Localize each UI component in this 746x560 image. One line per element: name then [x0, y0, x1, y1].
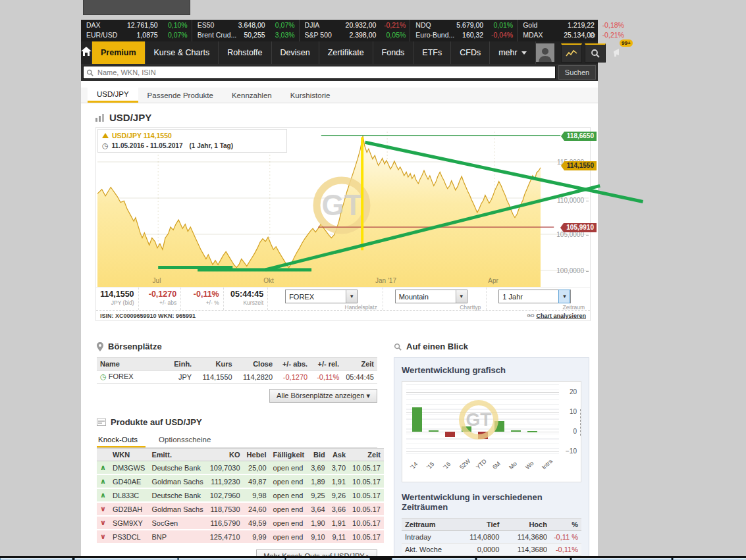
cell: open end	[270, 516, 308, 530]
alert-price-tag: 105,9910	[564, 223, 597, 232]
gear-icon[interactable]: ⚙	[589, 31, 596, 40]
ticker-quote[interactable]: DJIA20.932,00-0,21%	[305, 20, 406, 30]
wkn-link[interactable]: PS3DCL	[109, 530, 149, 544]
table-row[interactable]: ◷ FOREX JPY 114,1550 114,2820 -0,1270 -0…	[97, 370, 377, 384]
tab-optionsscheine[interactable]: Optionsscheine	[157, 433, 219, 447]
mini-x-label: 52W	[458, 457, 471, 471]
ticker-quote[interactable]: ES503.648,000,07%	[198, 20, 295, 30]
market-ticker: DAX12.761,500,10% EUR/USD1,08750,07% ES5…	[81, 20, 598, 41]
notifications-button[interactable]: 99+	[608, 44, 628, 61]
handelsplatz-select[interactable]: FOREX▼	[285, 290, 358, 303]
cell: 114,2820	[236, 370, 276, 384]
wkn-link[interactable]: SGM9XY	[109, 516, 149, 530]
chart-analyze-link[interactable]: Chart analysieren	[536, 313, 586, 319]
tab-knock-outs[interactable]: Knock-Outs	[97, 433, 146, 447]
ticker-quote[interactable]: Euro-Bund...160,32-0,04%	[415, 30, 513, 40]
nav-item-fonds[interactable]: Fonds	[373, 41, 414, 64]
table-row[interactable]: ∨PS3DCLBNP125,47109,99open end9,109,1110…	[97, 530, 384, 544]
quote-chart-widget: GT 115,0000 110,0000 105,0000 100,0000 1…	[95, 127, 591, 321]
table-row: Akt. Woche0,0000114,3680-0,11%	[402, 544, 581, 556]
taskbar	[0, 556, 746, 560]
instrument-tabs: USD/JPY Passende Produkte Kennzahlen Kur…	[81, 88, 598, 103]
tab-passende-produkte[interactable]: Passende Produkte	[138, 88, 223, 103]
cell: 49,59	[244, 516, 270, 530]
col-header: Close	[236, 358, 276, 370]
ticker-quote[interactable]: NDQ5.679,000,01%	[415, 20, 513, 30]
ticker-label: Gold	[523, 20, 564, 30]
chevron-down-icon: ▼	[346, 290, 357, 303]
nav-item-rohstoffe[interactable]: Rohstoffe	[219, 41, 271, 64]
line-chart-icon	[566, 49, 577, 57]
ticker-pct: -0,21%	[595, 30, 624, 40]
cell: SocGen	[148, 516, 206, 530]
wkn-link[interactable]: DM3GWS	[109, 461, 149, 475]
cell: 10.05.17	[349, 488, 384, 502]
wkn-link[interactable]: GD2BAH	[109, 502, 149, 516]
avatar[interactable]	[536, 43, 554, 62]
charttyp-select[interactable]: Mountain▼	[395, 290, 467, 303]
search-toggle-button[interactable]	[585, 43, 606, 63]
nav-item-kurse-charts[interactable]: Kurse & Charts	[146, 41, 219, 64]
ticker-value: 3.648,00	[238, 20, 265, 30]
home-icon	[81, 47, 92, 59]
ticker-label: EUR/USD	[86, 30, 127, 40]
chart-analyze[interactable]: GOChart analysieren	[527, 313, 586, 319]
direction-down-icon: ∨	[97, 502, 109, 516]
table-row[interactable]: ∧GD40AEGoldman Sachs111,923049,87open en…	[97, 474, 384, 488]
search-submit-button[interactable]: Suchen	[558, 65, 596, 80]
site-container: DAX12.761,500,10% EUR/USD1,08750,07% ES5…	[81, 20, 598, 556]
perf-bar-16	[445, 432, 455, 437]
ticker-value: 12.761,50	[127, 20, 158, 30]
ticker-quote[interactable]: DAX12.761,500,10%	[86, 20, 188, 30]
search-input[interactable]	[96, 68, 552, 77]
zeitraum-select[interactable]: 1 Jahr▼	[498, 290, 571, 303]
price-chart[interactable]: GT 115,0000 110,0000 105,0000 100,0000 1…	[96, 128, 590, 287]
mini-x-label: Mo	[508, 460, 518, 471]
exchange-name[interactable]: ◷ FOREX	[97, 370, 169, 384]
cell: 10.05.17	[349, 474, 384, 488]
table-row[interactable]: ∧DL833CDeutsche Bank102,79609,98open end…	[97, 488, 384, 502]
tab-kurshistorie[interactable]: Kurshistorie	[281, 88, 340, 103]
ticker-label: ES50	[198, 20, 238, 30]
cell: 9,25	[307, 488, 328, 502]
chevron-down-icon: ▼	[558, 290, 570, 303]
ticker-col: NDQ5.679,000,01% Euro-Bund...160,32-0,04…	[410, 20, 517, 41]
ticker-quote[interactable]: MDAX25.134,00-0,21%	[523, 30, 624, 40]
table-row[interactable]: ∨GD2BAHGoldman Sachs118,753024,60open en…	[97, 502, 384, 516]
ticker-quote[interactable]: Brent Crud...50,2553,03%	[198, 30, 295, 40]
table-row[interactable]: ∧DM3GWSDeutsche Bank109,703025,00open en…	[97, 461, 384, 475]
nav-item-mehr[interactable]: mehr	[490, 41, 535, 64]
wkn-link[interactable]: DL833C	[109, 488, 149, 502]
mini-x-label: Intra	[541, 458, 554, 471]
page-title-row: USD/JPY	[95, 112, 598, 123]
nav-item-premium[interactable]: Premium	[92, 41, 146, 64]
product-card-icon	[97, 419, 106, 426]
nav-item-cfds[interactable]: CFDs	[451, 41, 490, 64]
nav-item-etfs[interactable]: ETFs	[413, 41, 451, 64]
alle-boersenplaetze-button[interactable]: Alle Börsenplätze anzeigen ▾	[269, 389, 377, 403]
gridline	[406, 392, 559, 393]
table-row[interactable]: ∨SGM9XYSocGen116,579049,59open end1,901,…	[97, 516, 384, 530]
search-bar: Suchen	[81, 64, 598, 81]
perf-bar-15	[429, 430, 439, 432]
ticker-quote[interactable]: Gold1.219,22-0,18%	[523, 20, 624, 30]
desktop: DAX12.761,500,10% EUR/USD1,08750,07% ES5…	[0, 0, 746, 560]
nav-item-zertifikate[interactable]: Zertifikate	[319, 41, 373, 64]
charttyp-group: Mountain▼ Charttyp	[383, 288, 487, 310]
home-button[interactable]	[81, 41, 92, 64]
search-icon	[86, 69, 93, 76]
cell: Deutsche Bank	[148, 461, 206, 475]
nav-item-devisen[interactable]: Devisen	[272, 41, 319, 64]
direction-up-icon: ∧	[97, 488, 109, 502]
ticker-quote[interactable]: S&P 5002.398,000,05%	[305, 30, 406, 40]
watchlist-chart-button[interactable]	[561, 43, 582, 63]
cell: Intraday	[402, 531, 455, 544]
ticker-value: 160,32	[456, 30, 483, 40]
wkn-link[interactable]: GD40AE	[109, 474, 149, 488]
tab-usdjpy[interactable]: USD/JPY	[88, 88, 138, 103]
ticker-quote[interactable]: EUR/USD1,08750,07%	[86, 30, 188, 40]
page-title: USD/JPY	[109, 112, 151, 123]
mini-x-label: '14	[409, 461, 419, 471]
tab-kennzahlen[interactable]: Kennzahlen	[223, 88, 281, 103]
cell: 9,10	[307, 530, 328, 544]
